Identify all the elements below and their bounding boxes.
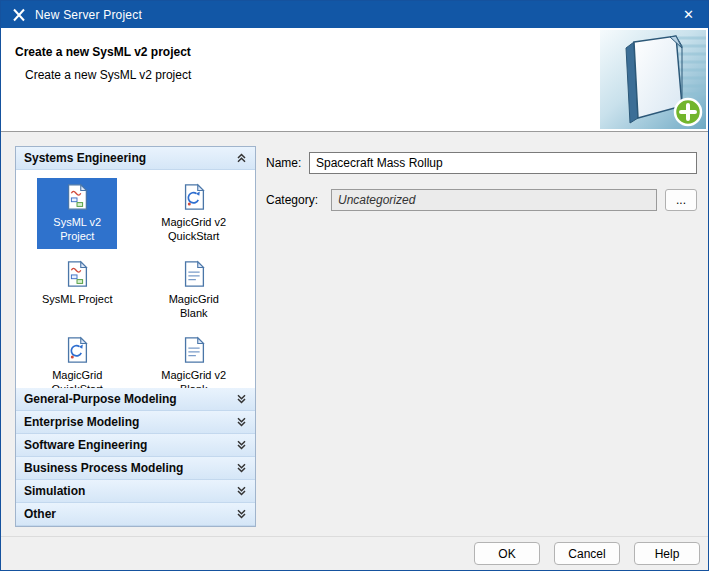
- chevron-double-down-icon: [236, 486, 247, 496]
- project-item-magicgrid-v2-blank[interactable]: MagicGrid v2 Blank: [154, 331, 234, 388]
- project-item-sysml-v2-project[interactable]: SysML v2 Project: [37, 178, 117, 249]
- project-item-magicgrid-blank[interactable]: MagicGrid Blank: [154, 255, 234, 326]
- ok-button[interactable]: OK: [474, 542, 540, 565]
- accordion-section-label: Software Engineering: [24, 438, 147, 452]
- dialog-content: Systems Engineering SysML v2 Project Mag…: [1, 132, 708, 536]
- project-item-magicgrid-v2-quickstart[interactable]: MagicGrid v2 QuickStart: [154, 178, 234, 249]
- app-icon: [11, 7, 27, 23]
- new-server-project-dialog: New Server Project ✕ Create a new SysML …: [0, 0, 709, 571]
- chevron-double-down-icon: [236, 463, 247, 473]
- accordion-section-business-process-modeling[interactable]: Business Process Modeling: [16, 457, 255, 480]
- accordion-section-simulation[interactable]: Simulation: [16, 480, 255, 503]
- accordion-section-label: Other: [24, 507, 56, 521]
- chevron-double-down-icon: [236, 417, 247, 427]
- magicgrid-blank-icon: [179, 259, 209, 289]
- chevron-double-down-icon: [236, 440, 247, 450]
- chevron-double-down-icon: [236, 509, 247, 519]
- accordion-section-label: Enterprise Modeling: [24, 415, 139, 429]
- dialog-header: Create a new SysML v2 project Create a n…: [1, 28, 708, 132]
- title-bar: New Server Project ✕: [1, 1, 708, 28]
- chevron-double-down-icon: [236, 394, 247, 404]
- dialog-footer: OK Cancel Help: [1, 536, 708, 570]
- accordion-section-systems-engineering[interactable]: Systems Engineering: [16, 147, 255, 170]
- sysml-project-icon: [62, 259, 92, 289]
- accordion-section-label: General-Purpose Modeling: [24, 392, 177, 406]
- project-item-sysml-project[interactable]: SysML Project: [37, 255, 117, 326]
- project-item-label: SysML Project: [42, 292, 113, 306]
- accordion-section-other[interactable]: Other: [16, 503, 255, 526]
- chevron-double-up-icon: [236, 153, 247, 163]
- name-input[interactable]: [309, 152, 697, 174]
- project-item-label: MagicGrid v2 QuickStart: [156, 215, 232, 244]
- window-title: New Server Project: [35, 8, 142, 22]
- accordion-section-general-purpose-modeling[interactable]: General-Purpose Modeling: [16, 388, 255, 411]
- project-item-label: MagicGrid v2 Blank: [156, 368, 232, 388]
- help-button[interactable]: Help: [634, 542, 700, 565]
- cancel-button[interactable]: Cancel: [554, 542, 620, 565]
- project-item-magicgrid-quickstart[interactable]: MagicGrid QuickStart: [37, 331, 117, 388]
- name-label: Name:: [266, 156, 301, 170]
- category-browse-button[interactable]: ...: [665, 189, 697, 211]
- project-item-label: MagicGrid QuickStart: [39, 368, 115, 388]
- accordion-section-label: Simulation: [24, 484, 85, 498]
- sysml-v2-project-icon: [62, 182, 92, 212]
- magicgrid-quickstart-icon: [62, 335, 92, 365]
- category-field: Uncategorized: [331, 189, 657, 211]
- project-item-label: SysML v2 Project: [39, 215, 115, 244]
- accordion-section-label: Business Process Modeling: [24, 461, 183, 475]
- project-grid: SysML v2 Project MagicGrid v2 QuickStart…: [16, 170, 255, 388]
- new-project-illustration: [600, 30, 706, 129]
- close-icon[interactable]: ✕: [679, 6, 698, 23]
- project-categories-panel: Systems Engineering SysML v2 Project Mag…: [15, 146, 256, 527]
- category-label: Category:: [266, 193, 318, 207]
- magicgrid-v2-quickstart-icon: [179, 182, 209, 212]
- accordion-section-label: Systems Engineering: [24, 151, 146, 165]
- accordion-section-software-engineering[interactable]: Software Engineering: [16, 434, 255, 457]
- accordion-section-enterprise-modeling[interactable]: Enterprise Modeling: [16, 411, 255, 434]
- magicgrid-v2-blank-icon: [179, 335, 209, 365]
- project-item-label: MagicGrid Blank: [156, 292, 232, 321]
